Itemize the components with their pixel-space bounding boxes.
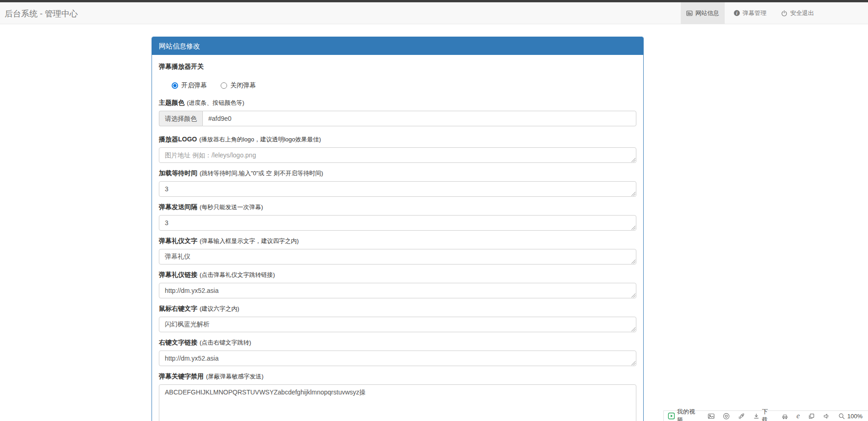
etiquette-link-input[interactable] — [159, 283, 636, 298]
right-click-link-input[interactable] — [159, 351, 636, 366]
info-icon: i — [734, 10, 740, 16]
field-label: 弹幕礼仪文字(弹幕输入框显示文字，建议四字之内) — [159, 236, 636, 246]
field-player-logo: 播放器LOGO(播放器右上角的logo，建议透明logo效果最佳) — [159, 135, 636, 163]
navbar-menu: 网站信息 i 弹幕管理 安全退出 — [677, 2, 819, 24]
field-wait-time: 加载等待时间(跳转等待时间,输入"0"或 空 则不开启等待时间) — [159, 168, 636, 197]
nav-item-site-info[interactable]: 网站信息 — [681, 2, 725, 24]
field-right-click-text: 鼠标右键文字(建议六字之内) — [159, 304, 636, 332]
right-click-text-input[interactable] — [159, 317, 636, 332]
field-hint: (弹幕输入框显示文字，建议四字之内) — [200, 237, 299, 244]
car-icon — [781, 413, 788, 420]
ie-icon: e — [797, 412, 800, 420]
field-label: 加载等待时间(跳转等待时间,输入"0"或 空 则不开启等待时间) — [159, 168, 636, 178]
radio-group-player-switch: 开启弹幕 关闭弹幕 — [159, 81, 636, 90]
field-player-switch: 弹幕播放器开关 开启弹幕 关闭弹幕 — [159, 62, 636, 90]
list-alt-icon — [686, 10, 693, 16]
field-label: 弹幕发送间隔(每秒只能发送一次弹幕) — [159, 202, 636, 212]
radio-unselected-icon[interactable] — [221, 82, 227, 89]
radio-label: 关闭弹幕 — [230, 81, 256, 90]
field-etiquette-link: 弹幕礼仪链接(点击弹幕礼仪文字跳转链接) — [159, 270, 636, 298]
car-button[interactable] — [781, 413, 788, 420]
radio-option-danmaku-on[interactable]: 开启弹幕 — [172, 81, 207, 90]
health-button[interactable] — [723, 413, 730, 420]
nav-item-danmaku-manage[interactable]: i 弹幕管理 — [728, 2, 772, 24]
heart-circle-icon — [723, 413, 730, 420]
nav-item-label: 网站信息 — [695, 9, 719, 17]
field-hint: (每秒只能发送一次弹幕) — [200, 204, 263, 210]
field-hint: (屏蔽弹幕敏感字发送) — [206, 373, 264, 380]
image-icon — [708, 413, 715, 420]
nav-item-logout[interactable]: 安全退出 — [776, 2, 819, 24]
app-title: 后台系统 - 管理中心 — [5, 2, 78, 24]
booster-button[interactable] — [738, 413, 745, 420]
wait-time-input[interactable] — [159, 181, 636, 197]
nav-item-label: 弹幕管理 — [743, 9, 766, 17]
volume-button[interactable] — [823, 413, 830, 420]
field-label: 鼠标右键文字(建议六字之内) — [159, 304, 636, 313]
field-label: 弹幕播放器开关 — [159, 62, 636, 71]
zoom-level-label: 100% — [847, 413, 863, 420]
radio-option-danmaku-off[interactable]: 关闭弹幕 — [221, 81, 256, 90]
panel-body: 弹幕播放器开关 开启弹幕 关闭弹幕 主题颜色(进度条、按钮颜色等) 请选择颜色 — [152, 55, 643, 421]
radio-label: 开启弹幕 — [181, 81, 207, 90]
play-video-icon — [668, 412, 675, 420]
field-banned-keywords: 弹幕关键字禁用(屏蔽弹幕敏感字发送) ABCDEFGHIJKLMNOPQRSTU… — [159, 372, 636, 421]
nav-item-label: 安全退出 — [790, 9, 814, 17]
site-info-panel: 网站信息修改 弹幕播放器开关 开启弹幕 关闭弹幕 主题颜色( — [152, 37, 644, 421]
field-hint: (点击右键文字跳转) — [200, 339, 251, 346]
field-hint: (跳转等待时间,输入"0"或 空 则不开启等待时间) — [200, 170, 323, 177]
radio-selected-icon[interactable] — [172, 82, 178, 89]
browser-status-bar: 我的视频 下载 e — [663, 410, 868, 421]
navbar: 后台系统 - 管理中心 网站信息 i 弹幕管理 安全退出 — [0, 2, 868, 24]
field-label: 弹幕礼仪链接(点击弹幕礼仪文字跳转链接) — [159, 270, 636, 280]
field-label: 播放器LOGO(播放器右上角的logo，建议透明logo效果最佳) — [159, 135, 636, 144]
zoom-control[interactable]: 100% — [838, 413, 863, 420]
field-label: 主题颜色(进度条、按钮颜色等) — [159, 98, 636, 108]
restore-window-button[interactable] — [808, 413, 815, 420]
magnifier-icon — [838, 413, 845, 420]
field-label: 弹幕关键字禁用(屏蔽弹幕敏感字发送) — [159, 372, 636, 381]
color-picker-addon[interactable]: 请选择颜色 — [159, 111, 202, 126]
etiquette-text-input[interactable] — [159, 249, 636, 264]
panel-title: 网站信息修改 — [152, 37, 643, 55]
image-button[interactable] — [708, 413, 715, 420]
field-etiquette-text: 弹幕礼仪文字(弹幕输入框显示文字，建议四字之内) — [159, 236, 636, 264]
download-label: 下载 — [762, 408, 773, 421]
field-send-interval: 弹幕发送间隔(每秒只能发送一次弹幕) — [159, 202, 636, 231]
banned-keywords-textarea[interactable]: ABCDEFGHIJKLMNOPQRSTUVWSYZabcdefghijklmn… — [159, 384, 636, 421]
my-videos-label: 我的视频 — [677, 408, 700, 421]
speaker-icon — [823, 413, 830, 420]
field-hint: (进度条、按钮颜色等) — [187, 99, 244, 106]
my-videos-button[interactable]: 我的视频 — [668, 408, 700, 421]
download-button[interactable]: 下载 — [753, 408, 773, 421]
field-right-click-link: 右键文字链接(点击右键文字跳转) — [159, 338, 636, 366]
theme-color-input-group: 请选择颜色 — [159, 111, 636, 126]
windows-restore-icon — [808, 413, 815, 420]
rocket-icon — [738, 413, 745, 420]
field-label: 右键文字链接(点击右键文字跳转) — [159, 338, 636, 347]
ie-compat-button[interactable]: e — [797, 412, 800, 420]
field-hint: (播放器右上角的logo，建议透明logo效果最佳) — [199, 136, 321, 143]
theme-color-input[interactable] — [202, 111, 636, 126]
send-interval-input[interactable] — [159, 215, 636, 231]
field-theme-color: 主题颜色(进度条、按钮颜色等) 请选择颜色 — [159, 98, 636, 126]
power-icon — [781, 10, 787, 16]
field-hint: (点击弹幕礼仪文字跳转链接) — [200, 271, 275, 278]
logo-input[interactable] — [159, 147, 636, 163]
field-hint: (建议六字之内) — [200, 305, 239, 312]
download-icon — [753, 413, 760, 420]
